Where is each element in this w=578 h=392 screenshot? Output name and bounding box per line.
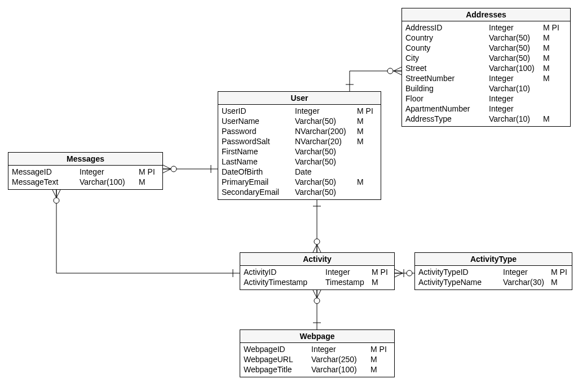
entity-field: PrimaryEmailVarchar(50)M — [222, 177, 377, 187]
entity-body: UserIDIntegerM PI UserNameVarchar(50)M P… — [218, 105, 381, 199]
rel-user-activity — [313, 199, 321, 252]
entity-body: ActivityTypeIDIntegerM PI ActivityTypeNa… — [415, 266, 572, 289]
entity-field: ActivityIDIntegerM PI — [244, 267, 391, 277]
rel-user-addresses — [346, 67, 401, 91]
svg-point-8 — [171, 166, 177, 172]
entity-field: CountyVarchar(50)M — [405, 43, 567, 53]
entity-title: User — [218, 92, 381, 105]
entity-body: AddressIDIntegerM PI CountryVarchar(50)M… — [402, 21, 570, 126]
rel-activity-webpage — [313, 290, 321, 329]
svg-line-6 — [394, 71, 401, 75]
svg-line-36 — [317, 290, 321, 298]
entity-activitytype: ActivityType ActivityTypeIDIntegerM PI A… — [414, 252, 572, 290]
entity-field: MessageTextVarchar(100)M — [12, 177, 159, 187]
entity-field: BuildingVarchar(10) — [405, 83, 567, 93]
svg-point-31 — [407, 270, 412, 276]
entity-messages: Messages MessageIDIntegerM PI MessageTex… — [8, 152, 163, 190]
svg-line-9 — [163, 165, 171, 169]
entity-field: ApartmentNumberInteger — [405, 104, 567, 114]
svg-line-27 — [395, 269, 403, 273]
entity-body: WebpageIDIntegerM PI WebpageURLVarchar(2… — [240, 343, 394, 377]
svg-line-22 — [52, 190, 56, 198]
entity-body: MessageIDIntegerM PI MessageTextVarchar(… — [8, 166, 162, 189]
entity-field: AddressIDIntegerM PI — [405, 23, 567, 33]
entity-field: PasswordNVarchar(200)M — [222, 126, 377, 136]
svg-line-29 — [395, 273, 403, 277]
entity-title: Messages — [8, 153, 162, 166]
svg-line-18 — [317, 244, 321, 252]
entity-field: WebpageIDIntegerM PI — [244, 344, 391, 354]
svg-line-24 — [56, 190, 60, 198]
entity-title: Addresses — [402, 8, 570, 21]
entity-title: Webpage — [240, 330, 394, 343]
entity-webpage: Webpage WebpageIDIntegerM PI WebpageURLV… — [240, 329, 395, 377]
entity-title: Activity — [240, 253, 394, 266]
entity-field: ActivityTypeNameVarchar(30)M — [418, 277, 568, 287]
entity-field: WebpageTitleVarchar(100)M — [244, 364, 391, 375]
entity-user: User UserIDIntegerM PI UserNameVarchar(5… — [218, 91, 381, 200]
svg-line-34 — [313, 290, 317, 298]
entity-body: ActivityIDIntegerM PI ActivityTimestampT… — [240, 266, 394, 289]
svg-point-15 — [314, 239, 320, 244]
entity-field: FirstNameVarchar(50) — [222, 146, 377, 157]
entity-activity: Activity ActivityIDIntegerM PI ActivityT… — [240, 252, 395, 290]
entity-field: MessageIDIntegerM PI — [12, 167, 159, 177]
entity-field: WebpageURLVarchar(250)M — [244, 354, 391, 364]
entity-field: UserIDIntegerM PI — [222, 106, 377, 116]
rel-messages-activity — [52, 190, 240, 277]
entity-field: LastNameVarchar(50) — [222, 157, 377, 167]
rel-activity-activitytype — [395, 269, 414, 277]
svg-point-33 — [314, 298, 320, 304]
svg-point-3 — [387, 68, 393, 74]
rel-messages-user — [163, 165, 218, 173]
entity-field: CityVarchar(50)M — [405, 53, 567, 63]
entity-field: StreetNumberIntegerM — [405, 73, 567, 83]
entity-addresses: Addresses AddressIDIntegerM PI CountryVa… — [401, 8, 571, 127]
entity-field: ActivityTypeIDIntegerM PI — [418, 267, 568, 277]
entity-field: AddressTypeVarchar(10)M — [405, 114, 567, 124]
svg-point-21 — [54, 198, 59, 203]
entity-field: SecondaryEmailVarchar(50) — [222, 187, 377, 197]
svg-line-4 — [394, 67, 401, 71]
entity-title: ActivityType — [415, 253, 572, 266]
entity-field: ActivityTimestampTimestampM — [244, 277, 391, 287]
entity-field: CountryVarchar(50)M — [405, 33, 567, 43]
entity-field: FloorInteger — [405, 93, 567, 104]
entity-field: PasswordSaltNVarchar(20)M — [222, 136, 377, 146]
entity-field: StreetVarchar(100)M — [405, 63, 567, 73]
svg-line-16 — [313, 244, 317, 252]
entity-field: UserNameVarchar(50)M — [222, 116, 377, 126]
entity-field: DateOfBirthDate — [222, 167, 377, 177]
svg-line-11 — [163, 169, 171, 173]
